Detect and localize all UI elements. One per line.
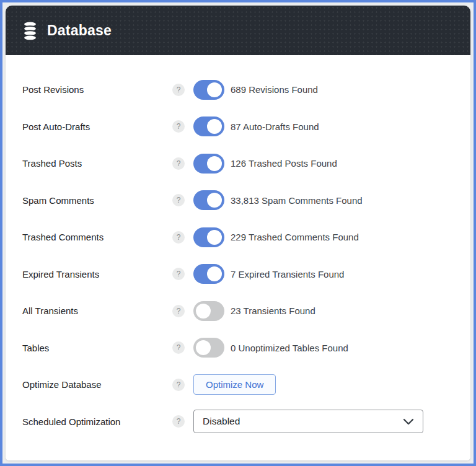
help-icon[interactable]: ? bbox=[172, 194, 185, 206]
all-transients-toggle[interactable] bbox=[193, 301, 224, 321]
help-icon[interactable]: ? bbox=[172, 415, 185, 428]
select-value: Disabled bbox=[203, 416, 240, 427]
setting-label: All Transients bbox=[22, 306, 172, 316]
post-revisions-toggle[interactable] bbox=[193, 80, 224, 100]
help-icon[interactable]: ? bbox=[172, 305, 185, 317]
setting-label: Post Auto-Drafts bbox=[22, 121, 172, 132]
status-text: 229 Trashed Comments Found bbox=[231, 232, 359, 242]
setting-label: Expired Transients bbox=[22, 269, 172, 279]
setting-row-trashed-posts: Trashed Posts ? 126 Trashed Posts Found bbox=[22, 145, 453, 182]
database-icon bbox=[23, 21, 37, 40]
setting-row-scheduled-optimization: Scheduled Optimization ? Disabled bbox=[22, 403, 453, 441]
setting-row-trashed-comments: Trashed Comments ? 229 Trashed Comments … bbox=[22, 219, 453, 256]
status-text: 0 Unoptimized Tables Found bbox=[231, 343, 348, 353]
setting-row-tables: Tables ? 0 Unoptimized Tables Found bbox=[22, 330, 453, 367]
status-text: 7 Expired Transients Found bbox=[231, 269, 344, 279]
trashed-comments-toggle[interactable] bbox=[193, 227, 224, 247]
settings-list: Post Revisions ? 689 Revisions Found Pos… bbox=[6, 55, 470, 460]
trashed-posts-toggle[interactable] bbox=[193, 154, 224, 174]
setting-label: Spam Comments bbox=[22, 195, 172, 206]
setting-label: Trashed Comments bbox=[22, 232, 172, 242]
page-frame: Database Post Revisions ? 689 Revisions … bbox=[0, 0, 476, 466]
help-icon[interactable]: ? bbox=[172, 268, 185, 280]
status-text: 23 Transients Found bbox=[231, 306, 315, 316]
status-text: 87 Auto-Drafts Found bbox=[231, 121, 319, 132]
status-text: 689 Revisions Found bbox=[231, 84, 318, 95]
page-title: Database bbox=[47, 22, 112, 39]
setting-row-expired-transients: Expired Transients ? 7 Expired Transient… bbox=[22, 256, 453, 293]
setting-label: Optimize Database bbox=[22, 379, 172, 390]
setting-row-post-auto-drafts: Post Auto-Drafts ? 87 Auto-Drafts Found bbox=[22, 108, 453, 146]
status-text: 126 Trashed Posts Found bbox=[231, 158, 337, 169]
section-header: Database bbox=[6, 6, 470, 55]
chevron-down-icon bbox=[403, 418, 414, 425]
setting-row-post-revisions: Post Revisions ? 689 Revisions Found bbox=[22, 71, 453, 108]
scheduled-optimization-select[interactable]: Disabled bbox=[193, 410, 423, 433]
setting-row-all-transients: All Transients ? 23 Transients Found bbox=[22, 292, 453, 330]
setting-row-spam-comments: Spam Comments ? 33,813 Spam Comments Fou… bbox=[22, 182, 453, 219]
spam-comments-toggle[interactable] bbox=[193, 190, 224, 210]
tables-toggle[interactable] bbox=[193, 338, 224, 358]
setting-label: Scheduled Optimization bbox=[22, 416, 172, 427]
help-icon[interactable]: ? bbox=[172, 379, 185, 391]
post-auto-drafts-toggle[interactable] bbox=[193, 116, 224, 136]
status-text: 33,813 Spam Comments Found bbox=[231, 195, 363, 206]
help-icon[interactable]: ? bbox=[172, 84, 185, 96]
setting-label: Tables bbox=[22, 343, 172, 353]
database-settings-card: Database Post Revisions ? 689 Revisions … bbox=[6, 6, 470, 460]
help-icon[interactable]: ? bbox=[172, 341, 185, 354]
help-icon[interactable]: ? bbox=[172, 157, 185, 170]
help-icon[interactable]: ? bbox=[172, 231, 185, 244]
optimize-now-button[interactable]: Optimize Now bbox=[193, 374, 276, 395]
setting-label: Post Revisions bbox=[22, 84, 172, 95]
expired-transients-toggle[interactable] bbox=[193, 264, 224, 284]
setting-label: Trashed Posts bbox=[22, 158, 172, 169]
setting-row-optimize-database: Optimize Database ? Optimize Now bbox=[22, 366, 453, 403]
help-icon[interactable]: ? bbox=[172, 120, 185, 133]
